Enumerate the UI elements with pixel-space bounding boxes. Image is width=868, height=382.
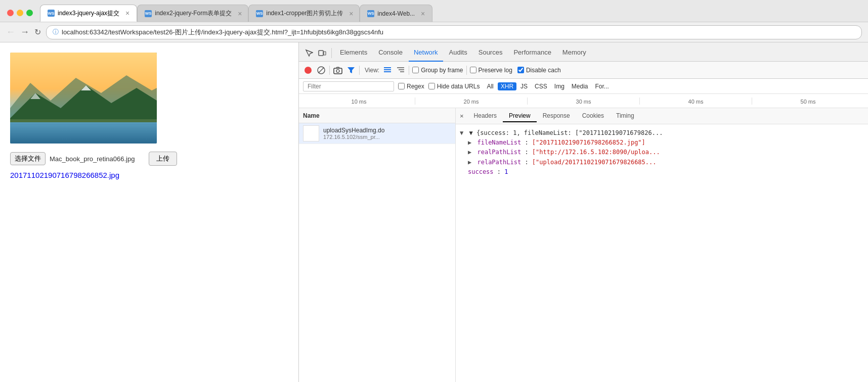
svg-rect-11 <box>324 52 326 55</box>
devtools-tab-sources[interactable]: Sources <box>473 44 508 62</box>
preview-svg <box>10 53 157 144</box>
relapathlist-toggle[interactable]: ▶ <box>468 159 471 166</box>
tab-icon-2: WS <box>145 10 152 17</box>
realpathlist-toggle[interactable]: ▶ <box>468 149 471 156</box>
filenamelist-val: ["20171102190716798266852.jpg"] <box>532 139 645 146</box>
waterfall-view-icon <box>397 67 405 74</box>
filter-xhr[interactable]: XHR <box>498 82 516 90</box>
hide-data-urls-checkbox[interactable] <box>428 83 435 89</box>
tab-close-1[interactable]: × <box>125 9 129 17</box>
devtools-tab-network[interactable]: Network <box>409 44 443 62</box>
ruler-mark-5: 50 ms <box>752 98 864 105</box>
tab-label-2: index2-jquery-Form表单提交 <box>155 9 232 18</box>
detail-tab-preview[interactable]: Preview <box>503 110 537 122</box>
detail-tab-headers[interactable]: Headers <box>468 110 503 122</box>
minimize-button[interactable] <box>17 10 23 16</box>
choose-file-button[interactable]: 选择文件 <box>10 152 46 165</box>
hide-data-urls-group[interactable]: Hide data URLs <box>428 83 480 90</box>
filenamelist-toggle[interactable]: ▶ <box>468 139 471 146</box>
regex-group[interactable]: Regex <box>398 83 424 90</box>
timeline-ruler: 10 ms 20 ms 30 ms 40 ms 50 ms <box>299 94 868 108</box>
json-root-line: ▼ ▼ {success: 1, fileNameList: ["2017110… <box>460 128 864 138</box>
regex-checkbox[interactable] <box>398 83 405 89</box>
ruler-mark-2: 20 ms <box>415 98 527 105</box>
record-button[interactable] <box>303 65 313 75</box>
root-toggle[interactable]: ▼ <box>460 129 463 136</box>
tab-1[interactable]: WS index3-jquery-ajax提交 × <box>40 5 137 22</box>
file-name-label: Mac_book_pro_retina066.jpg <box>50 155 135 163</box>
relapathlist-key: relaPathList <box>477 159 521 166</box>
devtools-tab-console[interactable]: Console <box>373 44 408 62</box>
tab-close-4[interactable]: × <box>421 10 425 18</box>
toolbar-sep-2 <box>359 66 360 75</box>
traffic-lights <box>0 10 40 16</box>
toolbar-sep-1 <box>329 66 330 75</box>
tab-close-2[interactable]: × <box>238 10 242 18</box>
filter-js[interactable]: JS <box>517 82 531 90</box>
file-controls: 选择文件 Mac_book_pro_retina066.jpg 上传 <box>10 152 288 166</box>
filter-img[interactable]: Img <box>551 82 568 90</box>
clear-button[interactable] <box>316 65 326 75</box>
secure-icon: ⓘ <box>53 28 59 36</box>
url-bar[interactable]: ⓘ localhost:63342/testWorkspace/test26-图… <box>46 25 862 39</box>
waterfall-view-button[interactable] <box>396 65 406 75</box>
image-preview <box>10 53 157 144</box>
toolbar-sep-3 <box>409 66 409 75</box>
upload-link[interactable]: 20171102190716798266852.jpg <box>10 171 119 179</box>
filter-icon <box>347 66 355 74</box>
filter-all[interactable]: All <box>484 82 496 90</box>
reload-button[interactable]: ↻ <box>34 27 41 37</box>
realpathlist-val: ["http://172.16.5.102:8090/uploa... <box>532 149 660 156</box>
detail-tab-bar: × Headers Preview Response Cookies Timin… <box>456 108 868 124</box>
devtools-tab-audits[interactable]: Audits <box>444 44 472 62</box>
filter-types: All XHR JS CSS Img Media For... <box>484 82 612 90</box>
devtools-tab-elements[interactable]: Elements <box>335 44 372 62</box>
filter-css[interactable]: CSS <box>532 82 550 90</box>
ruler-mark-4: 40 ms <box>639 98 752 105</box>
network-toolbar: View: Group by fra <box>299 62 868 79</box>
request-thumbnail <box>303 125 319 141</box>
title-bar: WS index3-jquery-ajax提交 × WS index2-jque… <box>0 0 868 22</box>
table-row[interactable]: uploadSysHeadImg.do 172.16.5.102/ssm_pr.… <box>299 123 455 144</box>
detail-tab-response[interactable]: Response <box>537 110 576 122</box>
url-text: localhost:63342/testWorkspace/test26-图片上… <box>62 28 383 37</box>
close-button[interactable] <box>7 10 14 16</box>
list-view-button[interactable] <box>382 65 393 75</box>
detail-close-button[interactable]: × <box>460 112 464 120</box>
ruler-mark-1: 10 ms <box>303 98 415 105</box>
filter-input[interactable] <box>303 81 394 91</box>
group-by-frame-checkbox[interactable] <box>412 67 419 73</box>
upload-button[interactable]: 上传 <box>149 152 177 166</box>
maximize-button[interactable] <box>26 10 33 16</box>
disable-cache-label: Disable cach <box>526 67 561 74</box>
tab-2[interactable]: WS index2-jquery-Form表单提交 × <box>137 5 248 22</box>
preserve-log-label[interactable]: Preserve log <box>470 67 512 74</box>
preserve-log-checkbox[interactable] <box>470 67 476 73</box>
tab-close-3[interactable]: × <box>349 10 353 18</box>
back-button[interactable]: ← <box>6 27 15 37</box>
detail-tab-cookies[interactable]: Cookies <box>576 110 610 122</box>
devtools-tab-performance[interactable]: Performance <box>508 44 556 62</box>
main-content: 选择文件 Mac_book_pro_retina066.jpg 上传 20171… <box>0 42 868 382</box>
tab-4[interactable]: WS index4-Web... × <box>360 5 432 22</box>
json-line-relapathlist: ▶ relaPathList : ["upload/20171102190716… <box>460 158 864 167</box>
group-by-frame-label[interactable]: Group by frame <box>412 67 463 74</box>
devtools-tab-memory[interactable]: Memory <box>557 44 591 62</box>
filter-other[interactable]: For... <box>592 82 612 90</box>
disable-cache-checkbox[interactable] <box>517 67 524 73</box>
address-bar: ← → ↻ ⓘ localhost:63342/testWorkspace/te… <box>0 22 868 42</box>
detail-tab-timing[interactable]: Timing <box>610 110 640 122</box>
forward-button[interactable]: → <box>20 27 29 37</box>
device-toolbar-icon[interactable] <box>316 47 328 59</box>
inspect-element-icon[interactable] <box>303 47 315 59</box>
relapathlist-val: ["upload/2017110219071679826685... <box>532 159 657 166</box>
tab-label-1: index3-jquery-ajax提交 <box>58 9 119 18</box>
filter-media[interactable]: Media <box>569 82 591 90</box>
tab-3[interactable]: WS index1-cropper图片剪切上传 × <box>248 5 360 22</box>
screenshot-button[interactable] <box>333 65 343 75</box>
realpathlist-key: realPathList <box>477 149 521 156</box>
devtools-tab-bar: Elements Console Network Audits Sources … <box>299 42 868 62</box>
browser-tabs: WS index3-jquery-ajax提交 × WS index2-jque… <box>40 4 868 22</box>
filter-button[interactable] <box>346 65 356 75</box>
json-root-text: ▼ {success: 1, fileNameList: ["201711021… <box>469 129 663 136</box>
